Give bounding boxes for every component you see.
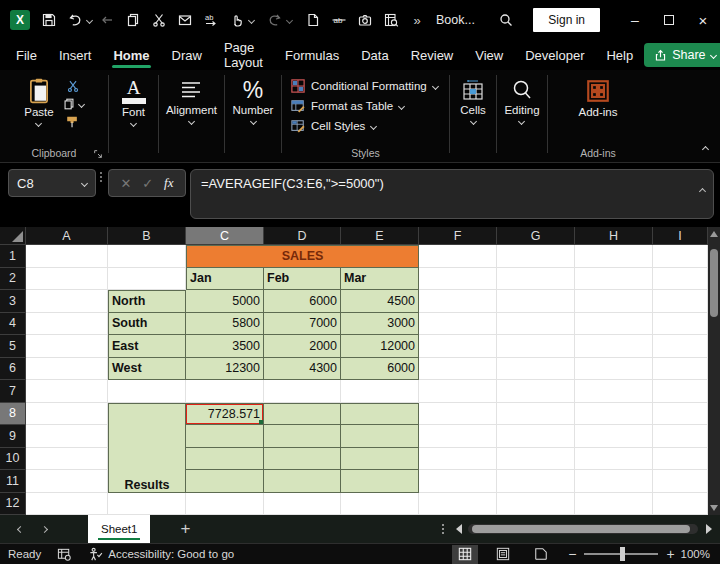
grid-cell[interactable] [419,470,497,493]
grid-cell[interactable] [497,245,575,268]
grid-cell[interactable] [419,245,497,268]
row-header-1[interactable]: 1 [0,245,26,268]
page-layout-view-button[interactable] [490,545,516,564]
grid-cell[interactable] [419,448,497,471]
format-painter-icon[interactable] [65,115,80,130]
column-header-E[interactable]: E [341,227,419,245]
zoom-out-button[interactable]: − [568,546,576,562]
name-box[interactable]: C8 [8,169,96,197]
grid-cell[interactable] [186,493,264,516]
column-header-I[interactable]: I [653,227,708,245]
row-header-9[interactable]: 9 [0,425,26,448]
cell-E5[interactable]: 12000 [341,335,419,358]
cut-icon[interactable] [66,79,80,93]
grid-cell[interactable] [497,335,575,358]
grid-cell[interactable] [497,470,575,493]
horizontal-scroll-thumb[interactable] [472,525,690,533]
hscroll-left-icon[interactable] [456,524,462,534]
cell-jan[interactable]: Jan [186,268,264,291]
cell-west[interactable]: West [108,358,186,381]
grid-cell[interactable] [419,380,497,403]
new-sheet-button[interactable]: + [180,519,190,539]
grid-cell[interactable] [575,245,653,268]
row-header-7[interactable]: 7 [0,380,26,403]
grid-cell[interactable] [575,470,653,493]
cell-results-label[interactable]: Results [108,403,186,493]
grid-cell[interactable] [653,403,708,426]
prev-sheet-icon[interactable] [8,527,32,532]
grid-cell[interactable] [497,425,575,448]
row-header-8[interactable]: 8 [0,403,26,426]
cell-north[interactable]: North [108,290,186,313]
row-header-2[interactable]: 2 [0,268,26,291]
grid-cell[interactable] [26,290,108,313]
cell-D4[interactable]: 7000 [264,313,341,336]
grid-cell[interactable] [26,493,108,516]
grid-cell[interactable] [653,380,708,403]
touch-mode-chevron-icon[interactable] [247,16,254,23]
tab-help[interactable]: Help [595,41,644,69]
cut-icon[interactable] [146,7,172,33]
grid-cell[interactable] [26,380,108,403]
formula-input[interactable]: =AVERAGEIF(C3:E6,">=5000") [190,169,714,219]
column-header-A[interactable]: A [26,227,108,245]
grid-cell[interactable] [341,448,419,471]
camera-icon[interactable] [352,7,378,33]
row-header-5[interactable]: 5 [0,335,26,358]
grid-cell[interactable] [264,380,341,403]
row-header-10[interactable]: 10 [0,448,26,471]
grid-cell[interactable] [497,448,575,471]
grid-cell[interactable] [26,448,108,471]
conditional-formatting-button[interactable]: Conditional Formatting [291,79,438,93]
hscroll-right-icon[interactable] [706,524,712,534]
cell-sales-title[interactable]: SALES [186,245,419,268]
formula-bar-grip[interactable] [100,172,102,182]
editing-button[interactable]: Editing [504,70,539,124]
grid-cell[interactable] [186,448,264,471]
row-header-12[interactable]: 12 [0,493,26,516]
grid-cell[interactable] [497,268,575,291]
cell-E3[interactable]: 4500 [341,290,419,313]
page-break-preview-button[interactable] [528,545,554,564]
grid-cell[interactable] [575,493,653,516]
vertical-scroll-thumb[interactable] [710,249,718,317]
grid-cell[interactable] [653,290,708,313]
collapse-formula-bar-icon[interactable] [700,182,705,197]
find-replace-icon[interactable]: ab [198,7,224,33]
grid-cell[interactable] [653,335,708,358]
zoom-slider-thumb[interactable] [620,547,625,561]
email-draft-icon[interactable] [172,7,198,33]
cell-C4[interactable]: 5800 [186,313,264,336]
cell-E4[interactable]: 3000 [341,313,419,336]
grid-cell[interactable] [497,380,575,403]
tab-draw[interactable]: Draw [161,41,213,69]
grid-cell[interactable] [108,268,186,291]
column-header-B[interactable]: B [108,227,186,245]
grid-cell[interactable] [264,493,341,516]
cell-C3[interactable]: 5000 [186,290,264,313]
cell-E6[interactable]: 6000 [341,358,419,381]
grid-cell[interactable] [341,425,419,448]
grid-cell[interactable] [575,335,653,358]
grid-cell[interactable] [108,380,186,403]
fill-handle[interactable] [259,420,264,425]
grid-cell[interactable] [26,358,108,381]
grid-cell[interactable] [26,403,108,426]
collapse-ribbon-icon[interactable] [703,138,708,156]
row-header-3[interactable]: 3 [0,290,26,313]
row-header-11[interactable]: 11 [0,470,26,493]
grid-cell[interactable] [575,380,653,403]
grid-cell[interactable] [264,470,341,493]
close-button[interactable]: × [686,7,720,33]
cell-styles-button[interactable]: Cell Styles [291,119,376,133]
grid-cell[interactable] [575,448,653,471]
undo-chevron-icon[interactable] [85,16,92,23]
tab-view[interactable]: View [464,41,514,69]
grid-cell[interactable] [26,245,108,268]
paste-button[interactable]: Paste [24,70,53,130]
column-header-C[interactable]: C [186,227,264,245]
column-header-D[interactable]: D [264,227,341,245]
grid-cell[interactable] [419,425,497,448]
grid-cell[interactable] [653,470,708,493]
save-icon[interactable] [36,7,62,33]
